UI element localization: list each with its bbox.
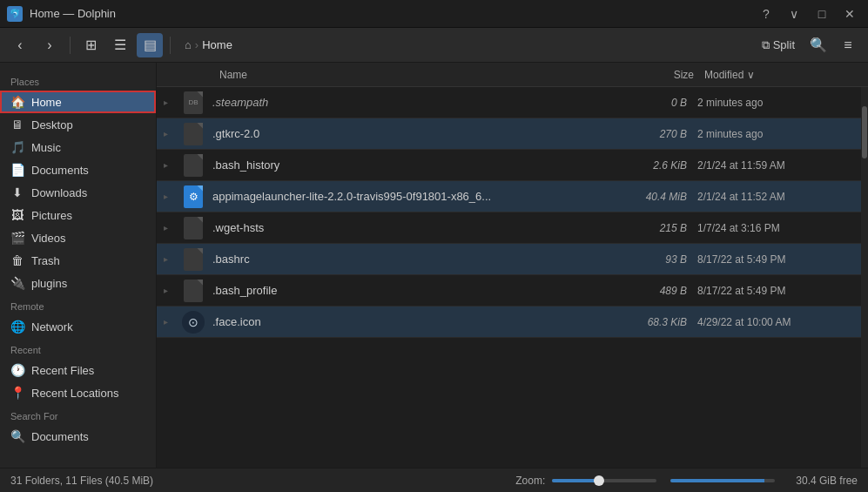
- minimize-button[interactable]: ∨: [783, 4, 805, 24]
- expand-arrow: ▸: [164, 129, 181, 138]
- sidebar-item-music[interactable]: 🎵 Music: [0, 136, 156, 158]
- scrollbar-thumb[interactable]: [862, 106, 867, 158]
- file-name: .wget-hsts: [212, 221, 619, 234]
- table-row[interactable]: ▸⊙.face.icon68.3 KiB4/29/22 at 10:00 AM: [157, 307, 861, 338]
- free-bar-fill: [670, 479, 764, 482]
- sidebar-item-downloads[interactable]: ⬇ Downloads: [0, 181, 156, 204]
- sidebar-item-music-label: Music: [31, 141, 61, 154]
- file-icon: ⊙: [181, 310, 205, 334]
- breadcrumb: ⌂ › Home: [178, 38, 751, 51]
- sidebar-item-recent-files-label: Recent Files: [31, 364, 94, 377]
- zoom-slider[interactable]: [552, 479, 656, 482]
- col-modified-header[interactable]: Modified ∨: [704, 69, 861, 81]
- desktop-icon: 🖥: [10, 118, 24, 131]
- sidebar-item-search-documents-label: Documents: [31, 430, 89, 443]
- scrollbar[interactable]: [861, 87, 868, 468]
- free-space-bar: [670, 479, 775, 482]
- status-info: 31 Folders, 11 Files (40.5 MiB): [10, 475, 501, 487]
- sidebar-item-home[interactable]: 🏠 Home: [0, 91, 156, 113]
- maximize-button[interactable]: □: [811, 4, 833, 24]
- toolbar-right: ⧉ Split 🔍 ≡: [755, 33, 861, 57]
- sort-icon: ∨: [747, 69, 755, 81]
- split-button[interactable]: ⧉ Split: [755, 35, 802, 56]
- sidebar-item-documents[interactable]: 📄 Documents: [0, 158, 156, 181]
- file-modified: 8/17/22 at 5:49 PM: [697, 285, 854, 297]
- sidebar-item-desktop[interactable]: 🖥 Desktop: [0, 113, 156, 136]
- expand-arrow: ▸: [164, 192, 181, 201]
- file-list: ▸DB.steampath0 B2 minutes ago▸.gtkrc-2.0…: [157, 87, 861, 468]
- expand-arrow: ▸: [164, 286, 181, 295]
- table-row[interactable]: ▸⚙appimagelauncher-lite-2.2.0-travis995-…: [157, 181, 861, 212]
- sidebar-item-network[interactable]: 🌐 Network: [0, 315, 156, 338]
- expand-arrow: ▸: [164, 223, 181, 233]
- table-row[interactable]: ▸.wget-hsts215 B1/7/24 at 3:16 PM: [157, 212, 861, 244]
- close-button[interactable]: ✕: [838, 4, 861, 24]
- titlebar: 🐬 Home — Dolphin ? ∨ □ ✕: [0, 0, 868, 28]
- table-row[interactable]: ▸.bashrc93 B8/17/22 at 5:49 PM: [157, 244, 861, 275]
- sidebar-item-documents-label: Documents: [31, 164, 89, 177]
- zoom-slider-thumb[interactable]: [594, 475, 604, 486]
- expand-arrow: ▸: [164, 254, 181, 264]
- sidebar-item-network-label: Network: [31, 320, 73, 334]
- window-title: Home — Dolphin: [30, 7, 116, 20]
- file-size: 270 B: [619, 128, 697, 140]
- places-section-label: Places: [0, 70, 156, 91]
- file-icon: [181, 122, 205, 146]
- table-row[interactable]: ▸.bash_profile489 B8/17/22 at 5:49 PM: [157, 275, 861, 307]
- table-row[interactable]: ▸.bash_history2.6 KiB2/1/24 at 11:59 AM: [157, 150, 861, 181]
- forward-button[interactable]: ›: [37, 33, 63, 57]
- split-label: Split: [773, 38, 795, 51]
- recent-locations-icon: 📍: [10, 386, 24, 400]
- breadcrumb-current: Home: [202, 38, 232, 51]
- file-size: 93 B: [619, 253, 697, 266]
- sidebar-item-plugins[interactable]: 🔌 plugins: [0, 272, 156, 294]
- file-icon: DB: [181, 91, 205, 115]
- file-size: 2.6 KiB: [619, 159, 697, 172]
- sidebar-item-recent-files[interactable]: 🕐 Recent Files: [0, 359, 156, 381]
- back-button[interactable]: ‹: [7, 33, 33, 57]
- file-name: .bash_profile: [212, 284, 619, 297]
- file-name: .gtkrc-2.0: [212, 127, 619, 140]
- titlebar-controls: ? ∨ □ ✕: [755, 4, 861, 24]
- file-name: .bash_history: [212, 158, 619, 172]
- sidebar-item-home-label: Home: [31, 96, 62, 109]
- sidebar-item-plugins-label: plugins: [31, 277, 67, 290]
- table-row[interactable]: ▸.gtkrc-2.0270 B2 minutes ago: [157, 118, 861, 150]
- sidebar-item-recent-locations[interactable]: 📍 Recent Locations: [0, 381, 156, 404]
- zoom-label: Zoom:: [515, 475, 545, 487]
- sidebar-item-trash[interactable]: 🗑 Trash: [0, 249, 156, 272]
- breadcrumb-home-icon: ⌂: [185, 38, 192, 51]
- col-name-header[interactable]: Name: [212, 69, 626, 81]
- titlebar-left: 🐬 Home — Dolphin: [7, 6, 116, 22]
- file-icon: [181, 279, 205, 303]
- plugins-icon: 🔌: [10, 276, 24, 290]
- file-modified: 2 minutes ago: [697, 97, 854, 109]
- view-details-button[interactable]: ☰: [107, 33, 133, 57]
- network-icon: 🌐: [10, 320, 24, 334]
- sidebar-item-trash-label: Trash: [31, 254, 60, 267]
- statusbar: 31 Folders, 11 Files (40.5 MiB) Zoom: 30…: [0, 468, 868, 492]
- sidebar-item-search-documents[interactable]: 🔍 Documents: [0, 425, 156, 448]
- file-modified: 2/1/24 at 11:52 AM: [697, 191, 854, 203]
- trash-icon: 🗑: [10, 253, 24, 267]
- sidebar-item-videos[interactable]: 🎬 Videos: [0, 226, 156, 249]
- help-button[interactable]: ?: [755, 4, 777, 24]
- file-modified: 2 minutes ago: [697, 128, 854, 140]
- table-row[interactable]: ▸DB.steampath0 B2 minutes ago: [157, 87, 861, 118]
- view-icons-button[interactable]: ⊞: [77, 33, 104, 57]
- free-space-label: 30.4 GiB free: [796, 475, 858, 487]
- file-icon: [181, 216, 205, 240]
- file-icon: [181, 247, 205, 272]
- sidebar-item-pictures[interactable]: 🖼 Pictures: [0, 204, 156, 226]
- file-modified: 4/29/22 at 10:00 AM: [697, 316, 854, 328]
- search-button[interactable]: 🔍: [805, 33, 831, 57]
- breadcrumb-separator: ›: [195, 38, 198, 51]
- menu-button[interactable]: ≡: [835, 33, 861, 57]
- main-layout: Places 🏠 Home 🖥 Desktop 🎵 Music 📄 Docume…: [0, 63, 868, 468]
- col-size-header[interactable]: Size: [626, 69, 704, 81]
- search-documents-icon: 🔍: [10, 429, 24, 443]
- view-compact-button[interactable]: ▤: [137, 33, 163, 57]
- videos-icon: 🎬: [10, 231, 24, 245]
- file-table-header: Name Size Modified ∨: [157, 63, 868, 87]
- sidebar-item-videos-label: Videos: [31, 232, 66, 245]
